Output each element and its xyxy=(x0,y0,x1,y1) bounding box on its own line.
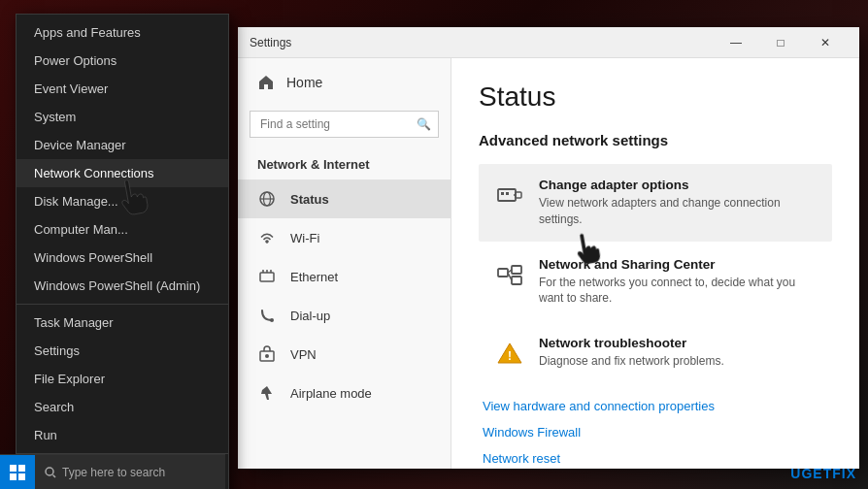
svg-point-13 xyxy=(270,318,274,322)
dialup-icon xyxy=(257,306,277,325)
svg-rect-2 xyxy=(10,473,17,480)
sidebar-home-label: Home xyxy=(286,75,322,90)
context-menu-item-run[interactable]: Run xyxy=(17,421,228,449)
card-troubleshooter[interactable]: ! Network troubleshooter Diagnose and fi… xyxy=(479,322,832,383)
card-network-sharing[interactable]: Network and Sharing Center For the netwo… xyxy=(479,244,832,321)
svg-rect-19 xyxy=(501,192,504,195)
watermark: UGETFIX xyxy=(790,466,856,481)
context-menu-item-device-manager[interactable]: Device Manager xyxy=(17,131,228,159)
svg-rect-3 xyxy=(18,473,25,480)
svg-rect-23 xyxy=(512,277,521,284)
context-menu-item-settings[interactable]: Settings xyxy=(17,337,228,365)
warning-icon: ! xyxy=(494,338,525,369)
card-network-sharing-content: Network and Sharing Center For the netwo… xyxy=(539,257,817,308)
watermark-accent: ET xyxy=(813,466,832,481)
sidebar-item-status-label: Status xyxy=(290,192,329,207)
svg-rect-20 xyxy=(506,192,509,195)
context-menu-item-system[interactable]: System xyxy=(17,103,228,131)
context-menu-item-computer-management[interactable]: Computer Man... xyxy=(17,215,228,244)
adapter-icon xyxy=(494,179,525,211)
sidebar-item-dialup[interactable]: Dial-up xyxy=(238,296,451,335)
context-menu-item-network-connections[interactable]: Network Connections xyxy=(17,159,228,187)
context-menu-item-power-options[interactable]: Power Options xyxy=(17,47,228,75)
sidebar-nav-title: Network & Internet xyxy=(238,149,451,179)
context-menu-item-apps-features[interactable]: Apps and Features xyxy=(17,18,228,47)
card-troubleshooter-title: Network troubleshooter xyxy=(539,336,817,350)
divider-1 xyxy=(17,304,228,305)
search-icon xyxy=(45,467,56,478)
context-menu: Apps and Features Power Options Event Vi… xyxy=(16,14,229,489)
sidebar-search-input[interactable] xyxy=(250,111,439,138)
vpn-icon xyxy=(257,344,277,364)
sidebar-item-vpn-label: VPN xyxy=(290,347,317,362)
sidebar-item-wifi-label: Wi-Fi xyxy=(290,231,319,245)
settings-body: Home 🔍 Network & Internet Status xyxy=(238,58,859,469)
settings-titlebar: Settings — □ ✕ xyxy=(238,27,859,58)
context-menu-item-windows-powershell[interactable]: Windows PowerShell xyxy=(17,244,228,272)
card-troubleshooter-desc: Diagnose and fix network problems. xyxy=(539,353,817,370)
wifi-icon xyxy=(257,228,277,247)
links-section: View hardware and connection properties … xyxy=(479,395,832,469)
svg-line-5 xyxy=(53,474,56,477)
link-view-hardware[interactable]: View hardware and connection properties xyxy=(483,395,832,417)
start-button[interactable] xyxy=(0,455,35,490)
link-windows-firewall[interactable]: Windows Firewall xyxy=(483,421,832,443)
sidebar-item-vpn[interactable]: VPN xyxy=(238,335,451,374)
status-icon xyxy=(257,189,277,209)
sidebar-item-wifi[interactable]: Wi-Fi xyxy=(238,218,451,257)
minimize-button[interactable]: — xyxy=(714,27,758,58)
maximize-button[interactable]: □ xyxy=(758,27,803,58)
svg-rect-0 xyxy=(10,465,17,472)
ethernet-icon xyxy=(257,267,277,286)
context-menu-item-file-explorer[interactable]: File Explorer xyxy=(17,365,228,393)
card-change-adapter[interactable]: Change adapter options View network adap… xyxy=(479,164,832,242)
sidebar-search-container: 🔍 xyxy=(250,111,439,138)
sidebar-item-airplane[interactable]: Airplane mode xyxy=(238,374,451,412)
card-troubleshooter-content: Network troubleshooter Diagnose and fix … xyxy=(539,336,817,370)
context-menu-item-task-manager[interactable]: Task Manager xyxy=(17,309,228,337)
svg-text:!: ! xyxy=(508,349,512,363)
airplane-icon xyxy=(257,383,277,403)
titlebar-buttons: — □ ✕ xyxy=(714,27,848,58)
sidebar-item-ethernet[interactable]: Ethernet xyxy=(238,257,451,296)
sidebar-item-status[interactable]: Status xyxy=(238,179,451,218)
svg-rect-17 xyxy=(516,192,521,198)
context-menu-item-windows-powershell-admin[interactable]: Windows PowerShell (Admin) xyxy=(17,272,228,300)
svg-rect-9 xyxy=(260,273,274,281)
home-icon xyxy=(257,74,275,91)
context-menu-item-search[interactable]: Search xyxy=(17,393,228,421)
taskbar: Type here to search xyxy=(0,454,225,489)
settings-main: Status Advanced network settings Change … xyxy=(451,58,859,469)
card-change-adapter-content: Change adapter options View network adap… xyxy=(539,178,817,228)
sidebar-item-ethernet-label: Ethernet xyxy=(290,270,338,284)
settings-window: Settings — □ ✕ Home 🔍 Network & Internet xyxy=(238,27,859,469)
taskbar-search-text: Type here to search xyxy=(62,466,165,479)
context-menu-item-event-viewer[interactable]: Event Viewer xyxy=(17,75,228,103)
svg-rect-22 xyxy=(512,266,521,274)
svg-point-15 xyxy=(265,354,269,358)
card-change-adapter-title: Change adapter options xyxy=(539,178,817,192)
sidebar-item-airplane-label: Airplane mode xyxy=(290,386,372,401)
settings-sidebar: Home 🔍 Network & Internet Status xyxy=(238,58,451,469)
settings-title: Settings xyxy=(250,36,714,49)
card-network-sharing-desc: For the networks you connect to, decide … xyxy=(539,275,817,308)
card-network-sharing-title: Network and Sharing Center xyxy=(539,257,817,272)
watermark-text: UGETFIX xyxy=(790,466,856,481)
sharing-icon xyxy=(494,259,525,290)
section-title: Advanced network settings xyxy=(479,132,832,148)
windows-logo-icon xyxy=(10,465,25,480)
taskbar-search[interactable]: Type here to search xyxy=(35,455,225,490)
context-menu-item-disk-management[interactable]: Disk Manage... xyxy=(17,187,228,215)
svg-rect-21 xyxy=(498,269,508,277)
sidebar-home[interactable]: Home xyxy=(238,58,451,107)
link-network-reset[interactable]: Network reset xyxy=(483,447,832,469)
main-title: Status xyxy=(479,82,832,113)
card-change-adapter-desc: View network adapters and change connect… xyxy=(539,195,817,228)
sidebar-item-dialup-label: Dial-up xyxy=(290,309,330,323)
svg-point-4 xyxy=(46,468,53,475)
sidebar-search-icon: 🔍 xyxy=(417,117,431,131)
close-button[interactable]: ✕ xyxy=(803,27,848,58)
svg-rect-1 xyxy=(18,465,25,472)
